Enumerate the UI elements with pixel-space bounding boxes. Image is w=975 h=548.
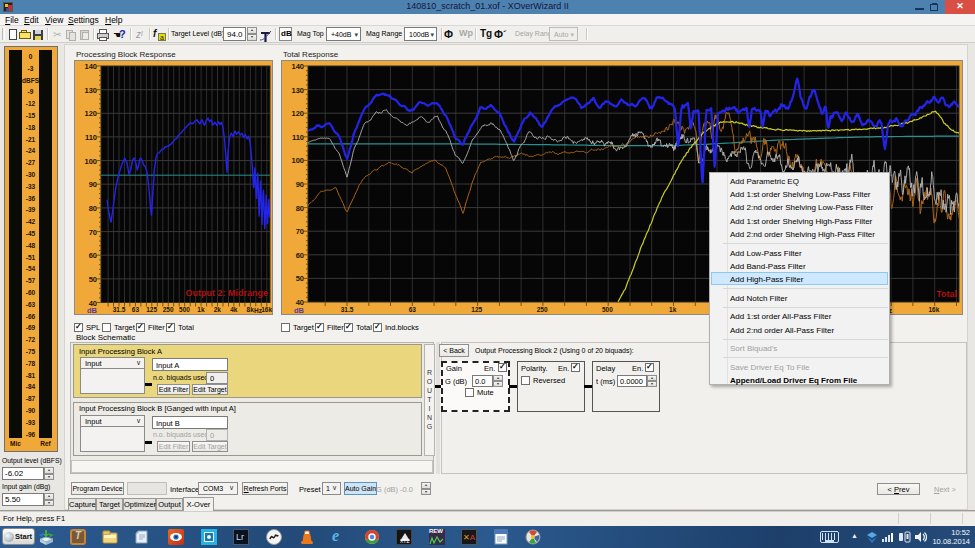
svg-text:Total: Total (936, 289, 957, 299)
